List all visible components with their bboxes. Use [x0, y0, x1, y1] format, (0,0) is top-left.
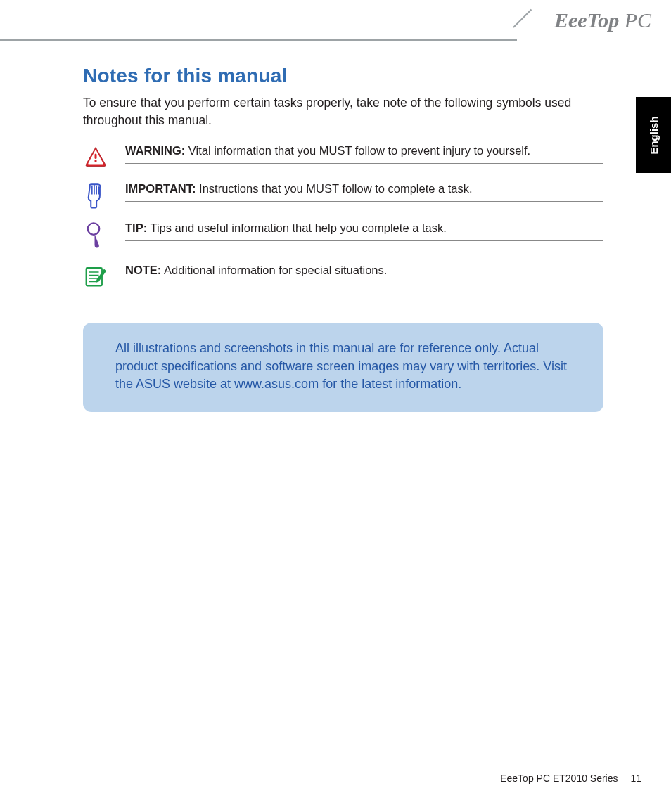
- warning-text: WARNING: Vital information that you MUST…: [125, 144, 603, 164]
- intro-text: To ensure that you perform certain tasks…: [83, 94, 603, 129]
- note-text: NOTE: Additional information for special…: [125, 264, 603, 283]
- callout-text: All illustrations and screenshots in thi…: [115, 340, 571, 394]
- svg-point-3: [91, 225, 94, 231]
- svg-point-1: [94, 160, 96, 162]
- tip-label: TIP:: [125, 221, 147, 234]
- tip-desc: Tips and useful information that help yo…: [147, 221, 447, 234]
- svg-point-2: [88, 223, 100, 235]
- page-heading: Notes for this manual: [83, 65, 603, 87]
- symbol-row-tip: TIP: Tips and useful information that he…: [83, 221, 603, 251]
- page-footer: EeeTop PC ET2010 Series 11: [500, 773, 641, 784]
- note-icon: [83, 264, 125, 289]
- page: EeeTop PC English Notes for this manual …: [0, 0, 671, 812]
- info-callout: All illustrations and screenshots in thi…: [83, 323, 603, 412]
- symbol-row-warning: WARNING: Vital information that you MUST…: [83, 144, 603, 169]
- symbol-row-note: NOTE: Additional information for special…: [83, 264, 603, 289]
- footer-page-number: 11: [630, 773, 641, 784]
- header-rule-slant: [513, 9, 532, 28]
- symbol-row-important: IMPORTANT: Instructions that you MUST fo…: [83, 182, 603, 209]
- note-desc: Additional information for special situa…: [161, 264, 387, 276]
- content-area: Notes for this manual To ensure that you…: [83, 65, 603, 412]
- important-text: IMPORTANT: Instructions that you MUST fo…: [125, 182, 603, 202]
- svg-rect-0: [95, 154, 97, 160]
- tip-text: TIP: Tips and useful information that he…: [125, 221, 603, 241]
- note-label: NOTE:: [125, 264, 161, 276]
- tip-icon: [83, 221, 125, 251]
- warning-desc: Vital information that you MUST follow t…: [185, 144, 530, 157]
- important-icon: [83, 182, 125, 209]
- language-label: English: [648, 116, 660, 154]
- header-rule: [0, 39, 517, 41]
- warning-label: WARNING:: [125, 144, 185, 157]
- language-tab: English: [636, 97, 671, 173]
- footer-series: EeeTop PC ET2010 Series: [500, 773, 618, 784]
- important-desc: Instructions that you MUST follow to com…: [196, 182, 473, 195]
- warning-icon: [83, 144, 125, 169]
- important-label: IMPORTANT:: [125, 182, 196, 195]
- symbols-list: WARNING: Vital information that you MUST…: [83, 144, 603, 289]
- brand-logo: EeeTop PC: [554, 8, 651, 32]
